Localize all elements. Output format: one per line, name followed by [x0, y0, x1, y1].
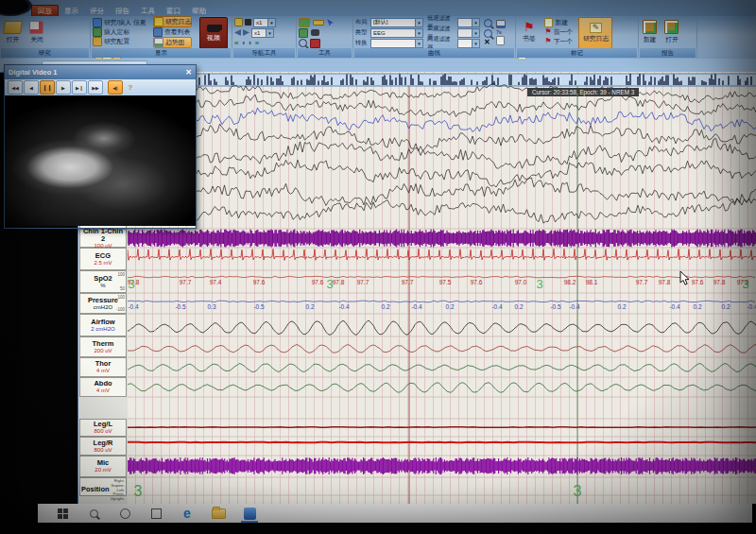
magnifier-icon[interactable]: [299, 39, 307, 47]
chart-icon[interactable]: [496, 20, 506, 28]
channel-row-spo2[interactable]: SpO2 % 10050: [79, 270, 127, 293]
bookmark-button[interactable]: ⚑ 书签: [518, 17, 541, 47]
video-audio-button[interactable]: ◀): [108, 80, 123, 95]
audio-fwd-icon[interactable]: [243, 29, 249, 36]
page-fwd-icon[interactable]: [245, 19, 251, 26]
video-step-fwd-button[interactable]: ▶❙: [72, 80, 87, 95]
remove-curve-icon[interactable]: ✕: [484, 39, 492, 46]
new-report-button[interactable]: 新建: [641, 17, 659, 47]
view-list-icon: [153, 27, 163, 37]
cortana-button[interactable]: [113, 504, 136, 523]
clipboard-open-icon: [664, 20, 679, 34]
file-explorer-icon: [212, 508, 226, 519]
view-list-button[interactable]: 查看列表: [153, 27, 192, 37]
page-icon[interactable]: [496, 36, 505, 45]
trend-view-button[interactable]: 趋势图: [153, 37, 192, 48]
transform-select[interactable]: ▾: [370, 39, 423, 48]
zoom-out-icon[interactable]: [484, 29, 492, 38]
bookmark-next-button[interactable]: ⚑ 下一个: [544, 37, 573, 46]
file-explorer-button[interactable]: [207, 504, 230, 523]
patient-calibration-button[interactable]: 病人定标: [93, 27, 146, 37]
page-back-icon[interactable]: [234, 18, 243, 26]
tab-playback[interactable]: 回放: [31, 5, 59, 17]
psg-app-taskbar-button[interactable]: [238, 504, 261, 523]
tab-help[interactable]: 帮助: [186, 6, 212, 17]
close-study-button[interactable]: 关闭: [27, 17, 45, 47]
channel-row-leg-l[interactable]: Leg/L 800 uV: [79, 419, 127, 437]
taskbar-search-button[interactable]: [82, 504, 105, 523]
channel-row-pressure[interactable]: Pressure cmH2O 100-100: [79, 293, 127, 314]
windows-taskbar: e: [38, 504, 752, 523]
svg-text:97.7: 97.7: [402, 279, 414, 285]
open-report-button[interactable]: 打开: [662, 17, 680, 47]
next-epoch-icon[interactable]: ›: [249, 39, 251, 47]
video-pause-button[interactable]: ❙❙: [40, 80, 55, 95]
channel-row-airflow[interactable]: Airflow 2 cmH2O: [79, 314, 127, 336]
prev-epoch-icon[interactable]: ‹: [242, 39, 245, 47]
dropdown-arrow-icon[interactable]: ▾: [266, 29, 273, 37]
video-button[interactable]: 视频: [199, 17, 228, 49]
audio-back-icon[interactable]: [234, 29, 241, 36]
bookmark-prev-button[interactable]: ⚑ 前一个: [544, 27, 573, 37]
study-log-button[interactable]: 研究日志: [153, 16, 192, 27]
svg-text:97.7: 97.7: [636, 279, 648, 285]
tab-display[interactable]: 显示: [59, 6, 84, 17]
channel-row-position[interactable]: Position Right- Supine- Left- Prone- Upr…: [79, 477, 127, 496]
channel-row-ecg[interactable]: ECG 2.5 mV: [79, 248, 127, 270]
zoom-in-icon[interactable]: [484, 19, 492, 27]
caliper-icon[interactable]: [310, 39, 320, 48]
channel-row-mic[interactable]: Mic 20 mV: [79, 456, 127, 477]
study-patient-info-button[interactable]: 研究/病人 信息: [93, 18, 146, 27]
video-help-button[interactable]: ?: [124, 81, 137, 94]
channel-row-thor[interactable]: Thor 4 mV: [79, 357, 127, 377]
notch-select[interactable]: ▾: [457, 28, 480, 38]
svg-text:97.7: 97.7: [180, 279, 192, 285]
group-label-display: 显示: [92, 48, 231, 58]
pointer-icon[interactable]: [327, 19, 334, 26]
type-select[interactable]: EEG▾: [370, 28, 423, 38]
trace-plot-area[interactable]: 97.897.797.497.697.697.897.797.797.597.6…: [128, 72, 756, 504]
tab-scoring[interactable]: 评分: [84, 6, 110, 17]
channel-row-chin[interactable]: Chin 1-Chin 2 100 uV: [79, 229, 127, 248]
open-study-button[interactable]: 打开: [2, 17, 24, 47]
time-scale-icon[interactable]: 7s: [496, 29, 506, 35]
bookmark-new-button[interactable]: 新建: [544, 18, 573, 27]
study-log-big-button[interactable]: ✎ 研究日志: [578, 17, 612, 49]
video-rewind-button[interactable]: ◀◀: [8, 80, 23, 95]
binoculars-icon[interactable]: [311, 29, 319, 36]
study-log-icon: [154, 17, 163, 26]
layout-select[interactable]: [默认]▾: [370, 18, 423, 27]
channel-row-leg-r[interactable]: Leg/R 800 uV: [79, 437, 127, 456]
close-icon[interactable]: ✕: [185, 69, 192, 77]
grid-icon[interactable]: [299, 28, 308, 38]
edge-button[interactable]: e: [176, 504, 198, 523]
task-view-button[interactable]: [145, 504, 167, 523]
video-step-back-button[interactable]: ◀: [24, 80, 39, 95]
highpass-select[interactable]: ▾: [457, 39, 480, 48]
video-camera-icon: [207, 25, 220, 32]
dropdown-arrow-icon[interactable]: ▾: [267, 19, 275, 26]
ruler-icon[interactable]: [313, 20, 324, 26]
spo2-scale: 10050: [115, 271, 125, 292]
last-epoch-icon[interactable]: »: [255, 39, 259, 47]
flag-next-icon: ⚑: [544, 38, 551, 45]
video-play-button[interactable]: ▶: [56, 80, 71, 95]
video-title-bar[interactable]: Digital Video 1 ✕: [5, 65, 196, 79]
audio-speed-select[interactable]: x1▾: [251, 28, 274, 38]
tab-report[interactable]: 报告: [110, 6, 135, 17]
svg-text:3: 3: [134, 483, 143, 499]
first-epoch-icon[interactable]: «: [234, 39, 238, 47]
page-speed-select[interactable]: x1▾: [253, 18, 276, 27]
screen-mode-icon[interactable]: [299, 18, 310, 27]
video-ffwd-button[interactable]: ▶▶: [88, 80, 103, 95]
channel-row-therm[interactable]: Therm 200 uV: [79, 336, 127, 357]
tab-tools[interactable]: 工具: [135, 6, 161, 17]
group-label-marks: 标记: [517, 48, 637, 58]
study-config-button[interactable]: 研究配置: [93, 37, 146, 46]
lowpass-select[interactable]: ▾: [457, 18, 480, 27]
tab-window[interactable]: 窗口: [161, 6, 186, 17]
start-button[interactable]: [51, 504, 74, 523]
svg-text:97.6: 97.6: [692, 279, 704, 285]
svg-text:3: 3: [128, 277, 134, 291]
channel-row-abdo[interactable]: Abdo 4 mV: [79, 377, 127, 397]
